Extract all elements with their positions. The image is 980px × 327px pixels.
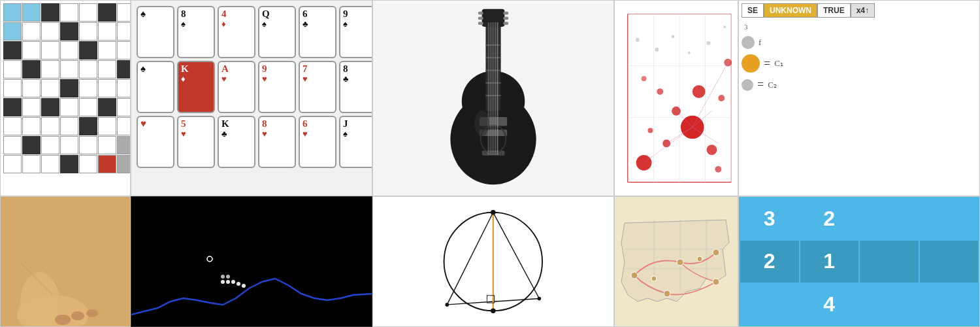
- ng-cell-4: [920, 198, 979, 239]
- svg-point-65: [86, 309, 98, 317]
- svg-point-44: [693, 85, 706, 98]
- svg-point-97: [664, 290, 670, 297]
- false-button[interactable]: SE: [742, 3, 764, 18]
- numgrid-cell: 3 2 2 1 4: [738, 196, 980, 327]
- card: 9♠: [339, 6, 372, 58]
- cw-cell: [22, 41, 41, 60]
- ng-cell-8: [920, 241, 979, 282]
- cw-cell: [3, 155, 22, 173]
- cw-cell: [3, 117, 22, 135]
- guitar-cell: [372, 0, 614, 196]
- cw-cell: [98, 41, 116, 60]
- cw-cell: [41, 3, 59, 22]
- svg-point-94: [677, 259, 683, 266]
- cards-cell: ♠ 8♠ 4♦ Q♠ 6♣ 9♠ ♠ K♦ A♥ 9♥ 7♥ 8♣ ♥ 5♥ K…: [131, 0, 372, 196]
- cw-cell: [41, 155, 59, 173]
- cw-cell: [60, 60, 78, 78]
- svg-rect-9: [503, 16, 508, 20]
- cw-cell: [79, 79, 97, 97]
- cw-cell: [79, 117, 97, 135]
- cw-cell: [117, 79, 131, 97]
- game-svg: [131, 197, 372, 327]
- svg-rect-12: [485, 57, 500, 58]
- cw-cell: [98, 136, 116, 154]
- cw-cell: [98, 98, 116, 116]
- svg-rect-8: [503, 12, 508, 15]
- cw-cell: [117, 155, 131, 173]
- svg-point-72: [237, 282, 240, 286]
- card: 8♥: [258, 116, 296, 168]
- cw-cell: [98, 60, 116, 78]
- svg-rect-5: [478, 12, 483, 15]
- svg-point-46: [642, 76, 647, 81]
- cw-cell: [41, 60, 59, 78]
- svg-point-26: [474, 111, 489, 136]
- svg-point-50: [672, 35, 675, 39]
- geometry-cell: [372, 196, 614, 327]
- circle-c1: [742, 54, 760, 73]
- label-c2: C₂: [768, 80, 777, 90]
- card: 8♠: [177, 6, 215, 58]
- numgrid: 3 2 2 1 4: [739, 197, 979, 326]
- ng-cell-7: [860, 241, 919, 282]
- cw-cell: [22, 79, 41, 97]
- card: 6♣: [299, 6, 336, 58]
- svg-point-82: [491, 210, 496, 215]
- cw-cell: [3, 79, 22, 97]
- cw-cell: [60, 3, 78, 22]
- svg-point-40: [707, 145, 717, 155]
- true-button[interactable]: TRUE: [817, 3, 851, 18]
- cw-cell: [98, 79, 116, 97]
- game-cell: [131, 196, 372, 327]
- card: K♣: [218, 116, 255, 168]
- svg-point-53: [723, 26, 726, 28]
- svg-point-47: [724, 59, 732, 67]
- svg-rect-15: [485, 95, 500, 96]
- card: ♠: [137, 6, 174, 58]
- svg-point-48: [636, 38, 640, 42]
- card: 6♥: [299, 116, 336, 168]
- card: 5♥: [177, 116, 215, 168]
- cw-cell: [79, 22, 97, 41]
- logic-row-c1: = C₁: [742, 54, 977, 73]
- svg-rect-6: [478, 16, 483, 20]
- card: ♠: [137, 61, 174, 113]
- svg-line-79: [493, 213, 540, 299]
- svg-point-83: [491, 308, 496, 313]
- eq-c2: =: [757, 78, 764, 92]
- card: Q♠: [258, 6, 296, 58]
- svg-line-78: [447, 213, 493, 305]
- svg-point-96: [713, 279, 719, 285]
- ng-cell-2: 2: [800, 198, 859, 239]
- x4-button[interactable]: x4↑: [851, 3, 875, 18]
- svg-point-75: [226, 275, 230, 279]
- cw-cell: [60, 136, 78, 154]
- unknown-button[interactable]: UNKNOWN: [764, 3, 817, 18]
- cw-cell: [79, 136, 97, 154]
- svg-point-98: [651, 276, 657, 281]
- cw-cell: [41, 136, 59, 154]
- cw-cell: [22, 136, 41, 154]
- card: 9♥: [258, 61, 296, 113]
- cw-cell: [22, 117, 41, 135]
- cw-cell: [60, 155, 78, 173]
- cw-cell: [117, 3, 131, 22]
- cw-cell: [117, 136, 131, 154]
- logic-cell: SE UNKNOWN TRUE x4↑ 3 f = C₁ = C₂: [738, 0, 980, 196]
- svg-rect-10: [503, 22, 508, 25]
- ng-cell-10: 4: [800, 284, 859, 325]
- cw-cell: [79, 98, 97, 116]
- cw-cell: [3, 22, 22, 41]
- crossword-grid: [1, 1, 130, 176]
- svg-point-84: [446, 303, 449, 307]
- cw-cell: [41, 98, 59, 116]
- card-highlighted: K♦: [177, 61, 215, 113]
- card: 8♣: [339, 61, 372, 113]
- svg-point-74: [221, 275, 225, 279]
- cw-cell: [98, 3, 116, 22]
- cw-cell: [79, 41, 97, 60]
- cw-cell: [98, 155, 116, 173]
- eq-c1: =: [764, 57, 770, 71]
- geometry-svg: [379, 200, 608, 323]
- svg-point-52: [707, 41, 711, 45]
